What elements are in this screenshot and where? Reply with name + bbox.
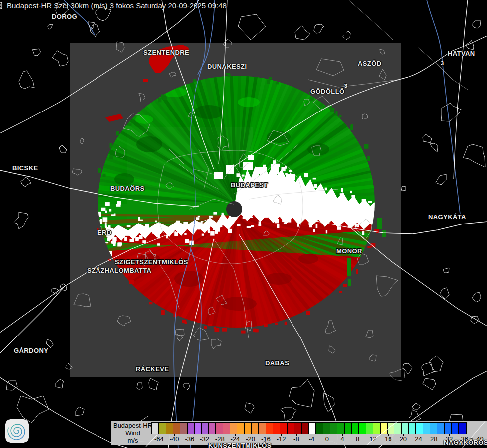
window-icon (0, 1, 5, 10)
legend-name-block: Budapest-HR Wind m/s (112, 422, 153, 444)
legend-color-cell (402, 423, 409, 434)
legend-color-cell (209, 423, 216, 434)
legend-color-cell (302, 423, 309, 434)
legend-color-cell (288, 423, 294, 434)
legend-color-cell (223, 423, 230, 434)
city-label: NAGYKÁTA (428, 213, 466, 221)
legend-color-cell (430, 423, 437, 434)
legend-color-cell (173, 423, 180, 434)
product-title: Budapest-HR Szél 30km (m/s) 3 fokos Satu… (7, 1, 227, 10)
city-label: BUDAPEST (231, 181, 268, 189)
city-label: DABAS (265, 359, 289, 367)
city-label: GÁRDONY (14, 347, 48, 354)
legend-color-cell (166, 423, 173, 434)
legend-color-cell (373, 423, 380, 434)
city-label: SZÁZHALOMBATTA (87, 267, 151, 274)
legend-color-cell (445, 423, 452, 434)
legend-color-cell (294, 423, 301, 434)
city-label: GÖDÖLLŐ (310, 88, 345, 95)
city-label: RÁCKEVE (136, 365, 169, 373)
city-label: MONOR (336, 247, 362, 255)
legend-product-label: Budapest-HR (112, 422, 153, 429)
radar-viewer: Budapest-HR Szél 30km (m/s) 3 fokos Satu… (0, 0, 487, 448)
radar-site-dot (226, 201, 242, 217)
legend-color-cell (216, 423, 223, 434)
title-bar: Budapest-HR Szél 30km (m/s) 3 fokos Satu… (0, 0, 227, 11)
city-label: NAGYKŐRÖS (444, 439, 487, 446)
legend-color-cell (202, 423, 209, 434)
legend-color-cell (409, 423, 416, 434)
color-scale-legend: Budapest-HR Wind m/s -64-40-36-32-28-24-… (111, 421, 487, 445)
legend-color-cell (394, 423, 401, 434)
city-label: KUNSZENTMIKLÓS (208, 442, 272, 448)
legend-color-cell (330, 423, 337, 434)
road-number-label: 3 (441, 60, 444, 66)
city-label: ASZÓD (358, 60, 382, 67)
legend-color-cell (316, 423, 323, 434)
legend-color-cell (423, 423, 430, 434)
city-label: ERD (97, 229, 112, 236)
city-label: BICSKE (12, 164, 38, 172)
city-label: SZENTENDRE (143, 49, 189, 56)
legend-color-cell (230, 423, 237, 434)
legend-color-cell (180, 423, 187, 434)
road-number-label: 3 (344, 83, 347, 89)
legend-color-cell (188, 423, 195, 434)
city-label: BUDAÖRS (110, 185, 145, 192)
legend-color-cell (359, 423, 366, 434)
legend-color-cell (452, 423, 459, 434)
legend-color-cell (437, 423, 444, 434)
legend-color-cell (266, 423, 273, 434)
legend-color-cell (416, 423, 423, 434)
app-logo[interactable] (5, 419, 29, 443)
legend-color-cell (337, 423, 344, 434)
legend-color-cell (245, 423, 252, 434)
legend-color-cell (280, 423, 287, 434)
legend-color-cell (459, 423, 466, 434)
legend-color-cell (352, 423, 359, 434)
legend-color-cell (252, 423, 259, 434)
city-label: DUNAKESZI (207, 63, 247, 70)
legend-color-cell (273, 423, 280, 434)
legend-color-cell (388, 423, 394, 434)
legend-color-cell (237, 423, 244, 434)
legend-color-cell (366, 423, 373, 434)
legend-color-cell (323, 423, 330, 434)
legend-color-cell (195, 423, 201, 434)
legend-color-cell (159, 423, 166, 434)
legend-color-cell (309, 423, 316, 434)
city-label: HATVAN (448, 50, 475, 57)
legend-color-bar (151, 422, 467, 434)
legend-unit-label: m/s (112, 437, 153, 444)
legend-color-cell (259, 423, 266, 434)
city-label: DOROG (52, 13, 77, 20)
legend-color-cell (345, 423, 352, 434)
legend-color-cell (381, 423, 388, 434)
city-label: SZIGETSZENTMIKLÓS (115, 258, 188, 266)
legend-quantity-label: Wind (112, 429, 153, 437)
legend-color-cell (152, 423, 159, 434)
